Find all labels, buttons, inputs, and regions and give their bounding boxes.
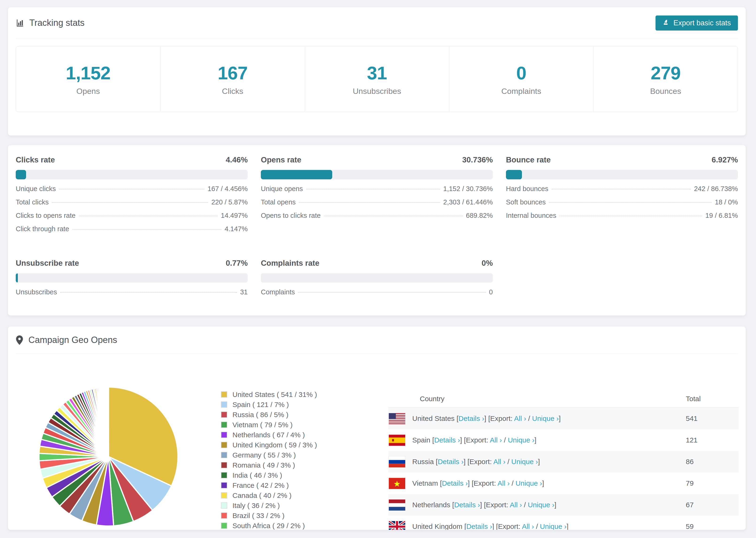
rate-detail-value: 242 / 86.738% <box>694 185 738 193</box>
geo-row-total: 541 <box>686 414 698 422</box>
geo-pie-legend: United States ( 541 / 31% ) Spain ( 121 … <box>221 389 317 530</box>
rate-name: Opens rate <box>261 155 301 165</box>
geo-row-total: 67 <box>686 501 693 509</box>
export-unique-link[interactable]: Unique › <box>528 501 554 509</box>
rate-detail-value: 4.147% <box>225 225 248 233</box>
export-all-link[interactable]: All › <box>490 436 502 444</box>
rate-detail-value: 31 <box>240 288 248 296</box>
geo-row-total: 86 <box>686 458 693 466</box>
export-button-label: Export basic stats <box>674 19 731 27</box>
rate-detail-label: Opens to clicks rate <box>261 212 321 219</box>
legend-swatch <box>221 442 227 448</box>
dotted-leader <box>552 189 691 189</box>
legend-item: United Kingdom ( 59 / 3% ) <box>221 440 317 450</box>
export-unique-link[interactable]: Unique › <box>532 414 559 422</box>
rate-percent: 0.77% <box>226 258 248 268</box>
geo-title: Campaign Geo Opens <box>16 335 117 345</box>
rate-name: Bounce rate <box>506 155 551 165</box>
legend-item: United States ( 541 / 31% ) <box>221 389 317 400</box>
flag-gb-icon <box>389 521 405 530</box>
legend-swatch <box>221 502 227 509</box>
rate-detail-value: 18 / 0% <box>715 198 738 206</box>
rate-detail-value: 689.82% <box>466 212 493 219</box>
geo-table-rows: United States [Details ›] [Export: All ›… <box>388 408 739 530</box>
summary-label: Bounces <box>650 86 681 96</box>
flag-nl-icon <box>389 500 405 511</box>
legend-swatch <box>221 411 227 418</box>
details-link[interactable]: Details › <box>438 458 463 465</box>
export-all-link[interactable]: All › <box>493 458 506 465</box>
rate-detail-label: Click through rate <box>16 225 69 233</box>
legend-label: Canada ( 40 / 2% ) <box>233 492 292 500</box>
summary-value: 31 <box>367 62 387 84</box>
rate-detail-label: Total opens <box>261 198 296 206</box>
export-prefix: Export: <box>473 479 496 487</box>
rate-progress-fill <box>16 273 18 283</box>
legend-label: Netherlands ( 67 / 4% ) <box>233 431 305 439</box>
export-all-link[interactable]: All › <box>510 501 522 509</box>
geo-opens-card: Campaign Geo Opens United States ( 541 /… <box>8 326 746 530</box>
rates-card: Clicks rate 4.46% Unique clicks 167 / 4.… <box>8 145 746 316</box>
rate-detail-rows: Unique clicks 167 / 4.456% Total clicks … <box>16 185 248 239</box>
legend-item: South Africa ( 29 / 2% ) <box>221 521 317 530</box>
dotted-leader <box>299 202 440 203</box>
rate-detail-rows: Hard bounces 242 / 86.738% Soft bounces … <box>506 185 738 225</box>
export-prefix: Export: <box>469 458 492 465</box>
details-link[interactable]: Details › <box>454 501 480 509</box>
rate-block-unsubscribe-rate: Unsubscribe rate 0.77% Unsubscribes 31 <box>16 258 248 301</box>
geo-row-total: 121 <box>686 436 698 444</box>
flag-es-icon <box>389 435 405 446</box>
rate-progress-track <box>506 170 738 179</box>
rate-detail-rows: Unique opens 1,152 / 30.736% Total opens… <box>261 185 493 225</box>
rate-block-clicks-rate: Clicks rate 4.46% Unique clicks 167 / 4.… <box>16 155 248 239</box>
flag-ru-icon <box>389 456 405 467</box>
legend-item: Canada ( 40 / 2% ) <box>221 490 317 501</box>
dotted-leader <box>560 216 702 216</box>
tracking-stats-card: Tracking stats Export basic stats 1,152 … <box>8 7 746 136</box>
geo-table-row-nl: Netherlands [Details ›] [Export: All › /… <box>388 494 739 516</box>
export-unique-link[interactable]: Unique › <box>515 479 542 487</box>
legend-label: South Africa ( 29 / 2% ) <box>233 522 305 530</box>
legend-swatch <box>221 452 227 458</box>
rate-progress-fill <box>506 170 522 179</box>
export-prefix: Export: <box>490 414 513 422</box>
summary-stat-unsubscribes: 31 Unsubscribes <box>305 46 449 112</box>
legend-label: Romania ( 49 / 3% ) <box>233 461 295 469</box>
rate-block-bounce-rate: Bounce rate 6.927% Hard bounces 242 / 86… <box>506 155 738 239</box>
dotted-leader <box>52 202 208 203</box>
export-unique-link[interactable]: Unique › <box>512 458 538 465</box>
legend-swatch <box>221 472 227 478</box>
legend-swatch <box>221 482 227 488</box>
summary-stat-bounces: 279 Bounces <box>593 46 738 112</box>
geo-table-row-ru: Russia [Details ›] [Export: All › / Uniq… <box>388 451 739 472</box>
summary-stat-complaints: 0 Complaints <box>449 46 593 112</box>
rate-detail-row: Unsubscribes 31 <box>16 288 248 301</box>
export-unique-link[interactable]: Unique › <box>508 436 534 444</box>
geo-pie-chart <box>36 384 181 529</box>
details-link[interactable]: Details › <box>434 436 460 444</box>
legend-label: Brazil ( 33 / 2% ) <box>233 512 285 520</box>
rate-detail-rows: Unsubscribes 31 <box>16 288 248 301</box>
dotted-leader <box>324 216 463 216</box>
legend-label: Germany ( 55 / 3% ) <box>233 451 296 459</box>
export-all-link[interactable]: All › <box>522 522 534 530</box>
geo-header: Campaign Geo Opens <box>8 327 746 353</box>
export-all-link[interactable]: All › <box>498 479 510 487</box>
export-all-link[interactable]: All › <box>514 414 526 422</box>
rate-progress-fill <box>261 170 332 179</box>
details-link[interactable]: Details › <box>466 522 492 530</box>
summary-stat-opens: 1,152 Opens <box>16 46 160 112</box>
details-link[interactable]: Details › <box>459 414 484 422</box>
export-basic-stats-button[interactable]: Export basic stats <box>656 16 738 30</box>
export-prefix: Export: <box>466 436 488 444</box>
legend-swatch <box>221 432 227 438</box>
legend-item: Italy ( 36 / 2% ) <box>221 501 317 511</box>
export-unique-link[interactable]: Unique › <box>540 522 567 530</box>
bar-chart-icon <box>16 19 24 27</box>
geo-row-total: 79 <box>686 479 693 487</box>
details-link[interactable]: Details › <box>442 479 468 487</box>
geo-row-country-cell: Vietnam [Details ›] [Export: All › / Uni… <box>412 479 544 487</box>
rate-block-opens-rate: Opens rate 30.736% Unique opens 1,152 / … <box>261 155 493 239</box>
legend-label: Russia ( 86 / 5% ) <box>233 411 288 419</box>
geo-table-row-es: Spain [Details ›] [Export: All › / Uniqu… <box>388 429 739 451</box>
